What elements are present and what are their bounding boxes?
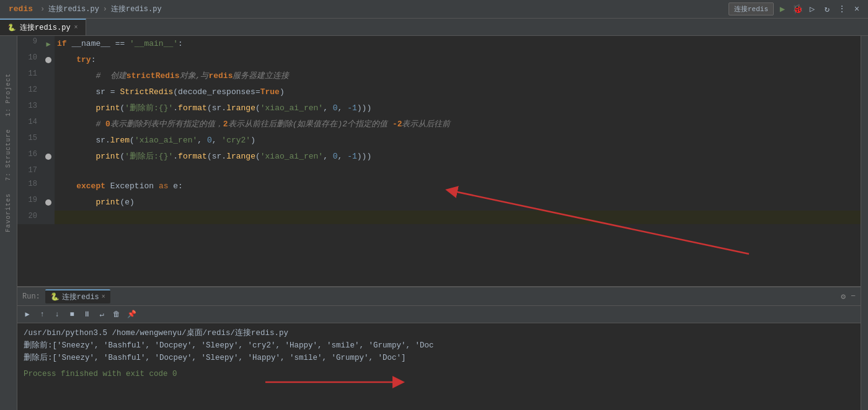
code-content-19: print(e) <box>55 194 861 211</box>
toolbar-right: 连接redis ▶ 🐞 ▷ ↻ ⋮ × <box>728 2 863 15</box>
line-number-16: 16 <box>17 149 42 165</box>
gutter-17 <box>42 165 55 178</box>
code-content-11: # 创建strictRedis对象,与redis服务器建立连接 <box>55 68 861 84</box>
gutter-15 <box>42 133 55 149</box>
line-number-20: 20 <box>17 211 42 224</box>
breadcrumb-sep1: › <box>40 5 45 14</box>
gutter-9: ▶ <box>42 36 55 52</box>
run-pause-icon[interactable]: ⏸ <box>81 308 93 321</box>
minimize-icon[interactable]: − <box>851 292 856 301</box>
code-line-11: 11 # 创建strictRedis对象,与redis服务器建立连接 <box>17 68 861 84</box>
line-number-13: 13 <box>17 100 42 116</box>
run-play-icon[interactable]: ▶ <box>21 308 33 321</box>
run-arrow-icon: ▶ <box>46 40 50 49</box>
line-number-9: 9 <box>17 36 42 52</box>
right-sidebar <box>861 36 868 410</box>
code-line-14: 14 # 0表示删除列表中所有指定的值，2表示从前往后删除(如果值存在)2个指定… <box>17 116 861 133</box>
line-number-17: 17 <box>17 165 42 178</box>
code-line-17: 17 <box>17 165 861 178</box>
gutter-10 <box>42 52 55 68</box>
code-line-15: 15 sr.lrem('xiao_ai_ren', 0, 'cry2') <box>17 133 861 149</box>
gutter-20 <box>42 211 55 224</box>
code-content-10: try: <box>55 52 861 68</box>
run-output-line2: 删除后:['Sneezy', 'Bashful', 'Docpey', 'Sle… <box>24 352 854 364</box>
editor-tab-bar: 🐍 连接redis.py × <box>0 19 868 36</box>
run-button[interactable]: ▶ <box>776 3 789 15</box>
gutter-12 <box>42 84 55 100</box>
run-tab-icon: 🐍 <box>50 292 60 302</box>
main-layout: 1: Project 7: Structure Favorites 9 ▶ if… <box>0 36 868 410</box>
run-exit-message: Process finished with exit code 0 <box>24 368 854 380</box>
top-bar: redis › 连接redis.py › 连接redis.py 连接redis … <box>0 0 868 19</box>
run-tab-main[interactable]: 🐍 连接redis × <box>45 289 110 303</box>
run-label: Run: <box>22 292 40 301</box>
run-output-line1: 删除前:['Sneezy', 'Bashful', 'Docpey', 'Sle… <box>24 339 854 352</box>
brand-label: redis <box>5 4 37 14</box>
run-tab-bar: Run: 🐍 连接redis × ⚙ − <box>17 287 861 306</box>
run-config-selector[interactable]: 连接redis <box>728 2 774 15</box>
code-lines: 9 ▶ if __name__ == '__main__': 10 try: 1… <box>17 36 861 224</box>
code-line-20: 20 <box>17 211 861 224</box>
run-pin-icon[interactable]: 📌 <box>125 308 138 321</box>
code-line-19: 19 print(e) <box>17 194 861 211</box>
code-content-13: print('删除前:{}'.format(sr.lrange('xiao_ai… <box>55 100 861 116</box>
gutter-16 <box>42 149 55 165</box>
run-tab-close-icon[interactable]: × <box>102 294 105 300</box>
line-number-11: 11 <box>17 68 42 84</box>
code-content-9: if __name__ == '__main__': <box>55 36 861 52</box>
gutter-18 <box>42 178 55 194</box>
run-down-icon[interactable]: ↓ <box>51 308 63 321</box>
code-content-17 <box>55 165 861 178</box>
run-toolbar: ▶ ↑ ↓ ■ ⏸ ↵ 🗑 📌 <box>17 306 861 323</box>
close-button[interactable]: × <box>851 3 863 15</box>
code-line-10: 10 try: <box>17 52 861 68</box>
run-tab-label: 连接redis <box>62 292 99 302</box>
code-editor[interactable]: 9 ▶ if __name__ == '__main__': 10 try: 1… <box>17 36 861 286</box>
code-content-15: sr.lrem('xiao_ai_ren', 0, 'cry2') <box>55 133 861 149</box>
breakpoint-icon-19 <box>45 199 51 206</box>
more-button[interactable]: ⋮ <box>836 3 848 15</box>
line-number-19: 19 <box>17 194 42 211</box>
tab-close-icon[interactable]: × <box>74 24 78 31</box>
run-settings: ⚙ − <box>841 292 856 302</box>
line-number-12: 12 <box>17 84 42 100</box>
run-clear-icon[interactable]: 🗑 <box>110 308 123 321</box>
sidebar-favorites-label: Favorites <box>5 193 12 232</box>
run-command: /usr/bin/python3.5 /home/wengwenyu/桌面/re… <box>24 327 854 339</box>
gutter-13 <box>42 100 55 116</box>
code-content-16: print('删除后:{}'.format(sr.lrange('xiao_ai… <box>55 149 861 165</box>
code-line-9: 9 ▶ if __name__ == '__main__': <box>17 36 861 52</box>
sidebar-project-label: 1: Project <box>5 73 12 116</box>
breadcrumb-sep2: › <box>103 5 107 14</box>
line-number-10: 10 <box>17 52 42 68</box>
breadcrumb-current: 连接redis.py <box>111 4 162 14</box>
code-line-12: 12 sr = StrictRedis(decode_responses=Tru… <box>17 84 861 100</box>
code-content-18: except Exception as e: <box>55 178 861 194</box>
run-output: /usr/bin/python3.5 /home/wengwenyu/桌面/re… <box>17 323 861 410</box>
run-stop-icon[interactable]: ■ <box>66 308 78 321</box>
gutter-14 <box>42 116 55 133</box>
code-line-13: 13 print('删除前:{}'.format(sr.lrange('xiao… <box>17 100 861 116</box>
run-panel: Run: 🐍 连接redis × ⚙ − ▶ ↑ ↓ ■ ⏸ ↵ 🗑 <box>17 286 861 410</box>
code-content-14: # 0表示删除列表中所有指定的值，2表示从前往后删除(如果值存在)2个指定的值 … <box>55 116 861 133</box>
code-line-16: 16 print('删除后:{}'.format(sr.lrange('xiao… <box>17 149 861 165</box>
code-content-20 <box>55 211 861 224</box>
settings-icon[interactable]: ⚙ <box>841 292 846 302</box>
run-up-icon[interactable]: ↑ <box>36 308 48 321</box>
line-number-14: 14 <box>17 116 42 133</box>
debug-button[interactable]: 🐞 <box>791 3 804 15</box>
center-column: 9 ▶ if __name__ == '__main__': 10 try: 1… <box>17 36 861 410</box>
gutter-19 <box>42 194 55 211</box>
breadcrumb-file: 连接redis.py <box>48 4 99 14</box>
sidebar-structure-label: 7: Structure <box>5 129 12 181</box>
coverage-button[interactable]: ▷ <box>806 3 818 15</box>
tab-label: 连接redis.py <box>20 22 71 33</box>
breakpoint-icon-16 <box>45 154 51 160</box>
left-sidebar: 1: Project 7: Structure Favorites <box>0 36 17 410</box>
breakpoint-icon <box>45 57 51 63</box>
run-wrap-icon[interactable]: ↵ <box>95 308 108 321</box>
profile-button[interactable]: ↻ <box>821 3 833 15</box>
line-number-18: 18 <box>17 178 42 194</box>
line-number-15: 15 <box>17 133 42 149</box>
tab-连接redis[interactable]: 🐍 连接redis.py × <box>0 19 86 35</box>
